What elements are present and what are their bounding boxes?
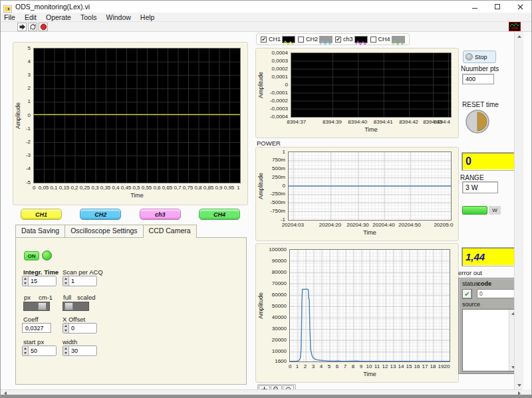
x-offset-input[interactable]: 0 [63, 323, 97, 334]
run-button[interactable] [17, 23, 27, 31]
menu-file[interactable]: File [4, 13, 15, 21]
panel-vertical-scrollbar[interactable] [514, 32, 523, 389]
x-tick-label: 0,25 [80, 185, 90, 191]
y-axis-ticks: 1000009000080000700006000050000400003000… [256, 249, 287, 362]
panel-horizontal-scrollbar[interactable] [1, 389, 523, 395]
tab-data-saving[interactable]: Data Saving [15, 225, 65, 237]
y-tick-label: 90000 [272, 258, 287, 264]
x-tick-label: 10 [366, 363, 372, 369]
scroll-down-icon[interactable] [515, 381, 523, 389]
tab-oscilloscope-settings[interactable]: Oscilloscope Settings [65, 225, 143, 237]
channels-plot-area [291, 52, 452, 118]
source-label: source [462, 301, 480, 308]
legend-checkbox-ch1[interactable]: ✔ [261, 37, 267, 43]
coeff-readout: 0,0327 [22, 323, 51, 333]
x-tick-label: 0 [33, 185, 35, 191]
waveform-icon[interactable] [392, 36, 405, 43]
channel-button-ch2[interactable]: CH2 [80, 209, 121, 220]
run-continuous-button[interactable] [28, 23, 37, 31]
cm-1-label: cm-1 [39, 294, 53, 301]
y-tick-label: 1 [28, 98, 31, 104]
scroll-up-icon[interactable] [515, 33, 523, 40]
decrement-icon [23, 281, 28, 286]
menu-operate[interactable]: Operate [46, 13, 71, 21]
start-px-input[interactable]: 50 [22, 346, 57, 356]
legend-checkbox-ch4[interactable] [370, 37, 376, 43]
number-pts-input[interactable]: 400 [462, 74, 494, 84]
y-tick-label: -0,0001 [270, 90, 288, 96]
x-tick-label: 0,65 [162, 185, 173, 191]
y-tick-label: 5 [28, 45, 31, 51]
legend-checkbox-ch2[interactable] [298, 37, 304, 43]
x-offset-value[interactable]: 0 [69, 324, 96, 333]
status-checkbox[interactable]: ✔ [462, 289, 472, 299]
x-tick-label: 0,55 [142, 185, 152, 191]
x-tick-label: 8394:4 [434, 119, 450, 125]
minimize-button[interactable] [464, 1, 486, 13]
waveform-icon[interactable] [319, 36, 332, 43]
x-tick-label: 20205:0 [434, 222, 453, 228]
x-tick-label: 0,3 [91, 185, 98, 191]
x-tick-label: 20204:50 [398, 222, 420, 228]
width-value[interactable]: 30 [69, 346, 96, 355]
x-tick-label: 9 [360, 363, 362, 369]
scan-per-acq-value[interactable]: 1 [69, 276, 96, 286]
channel-button-ch3[interactable]: ch3 [140, 209, 181, 220]
y-tick-label: 60000 [272, 292, 287, 298]
x-offset-label: X Offset [63, 316, 85, 323]
x-tick-label: 7 [344, 363, 346, 369]
abort-button[interactable] [39, 23, 48, 31]
watt-led[interactable] [462, 206, 487, 215]
y-tick-label: 3 [28, 72, 31, 78]
scan-per-acq-input[interactable]: 1 [63, 276, 97, 286]
x-tick-label: 14 [398, 363, 404, 369]
legend-checkbox-ch3[interactable]: ✔ [335, 37, 341, 43]
start-px-value[interactable]: 50 [29, 346, 56, 355]
source-textarea[interactable] [462, 309, 517, 371]
decrement-icon [63, 281, 68, 286]
watt-unit-label: W [489, 206, 501, 215]
code-input[interactable]: 0 [477, 289, 515, 298]
slider-thumb[interactable] [65, 302, 73, 310]
menu-tools[interactable]: Tools [80, 13, 97, 21]
code-label: code [477, 280, 491, 287]
y-tick-label: 4 [28, 58, 31, 64]
reset-time-knob[interactable] [465, 109, 491, 138]
x-tick-label: 0 [289, 363, 291, 369]
slider-thumb[interactable] [38, 302, 47, 310]
x-tick-label: 20204:30 [346, 222, 368, 228]
menu-window[interactable]: Window [106, 13, 130, 21]
oscilloscope-plot-area [33, 48, 241, 183]
integr-time-value[interactable]: 15 [29, 276, 56, 286]
menu-edit[interactable]: Edit [25, 13, 37, 21]
stop-button[interactable]: Stop [463, 50, 496, 63]
width-input[interactable]: 30 [63, 346, 97, 356]
integr-time-label: Integr. Time [23, 268, 59, 276]
channel-button-ch4[interactable]: CH4 [199, 209, 240, 220]
menu-help[interactable]: Help [140, 13, 155, 21]
menu-bar: FileEditOperateToolsWindowHelp [1, 13, 531, 22]
x-tick-label: 2 [304, 363, 307, 369]
px-cm1-slider[interactable] [23, 302, 50, 311]
full-scaled-slider[interactable] [63, 302, 89, 311]
range-input[interactable]: 3 W [462, 181, 498, 193]
y-tick-label: 500m [272, 165, 285, 171]
waveform-icon[interactable] [354, 36, 368, 43]
x-tick-label: 16 [414, 363, 420, 369]
x-tick-label: 13 [390, 363, 396, 369]
close-button[interactable] [509, 1, 531, 13]
x-tick-label: 5 [328, 363, 331, 369]
x-tick-label: 1 [237, 185, 239, 191]
on-button[interactable]: ON [24, 251, 39, 260]
power-chart-title: POWER [257, 140, 281, 147]
waveform-icon[interactable] [282, 36, 295, 43]
x-axis-ticks: 8394:378394:398394:408394:418394:428394:… [291, 119, 452, 126]
maximize-button[interactable] [486, 1, 509, 13]
check-icon: ✔ [464, 290, 469, 298]
legend-label: CH2 [306, 36, 318, 43]
tab-ccd-camera[interactable]: CCD Camera [143, 225, 197, 238]
integr-time-input[interactable]: 15 [22, 276, 57, 286]
decrement-icon [63, 328, 68, 333]
channel-button-ch1[interactable]: CH1 [21, 209, 62, 220]
x-tick-label: 8394:39 [323, 119, 342, 125]
